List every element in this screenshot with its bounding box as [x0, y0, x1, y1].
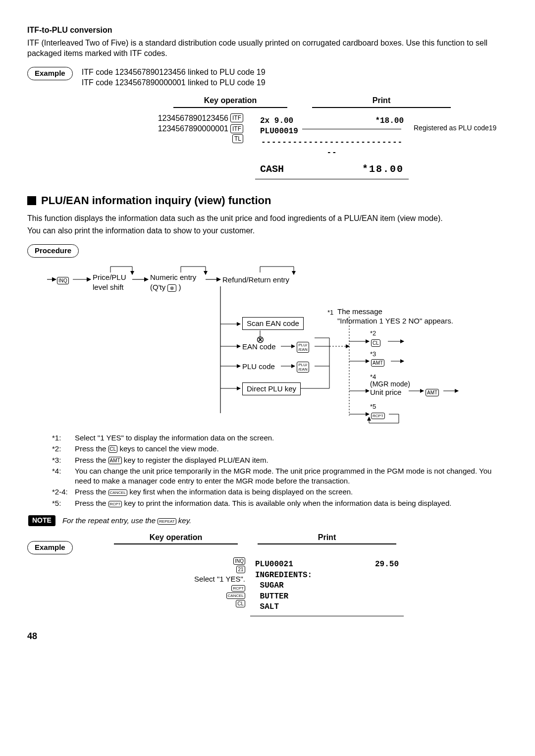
note-row: NOTE For the repeat entry, use the REPEA… — [28, 515, 508, 526]
itf-title: ITF-to-PLU conversion — [27, 25, 508, 36]
repeat-key: REPEAT — [158, 518, 176, 525]
receipt-side-note: Registered as PLU code19 — [409, 113, 508, 132]
column-headers: Key operation Print — [27, 95, 508, 108]
example-line: ITF code 1234567890123456 linked to PLU … — [82, 67, 266, 78]
plu-ean-key: PLU//EAN — [297, 342, 309, 353]
cl-key: CL — [236, 600, 245, 607]
receipt-1: 2x 9.00*18.00 PLU00019 -----------------… — [255, 113, 409, 179]
itf-paragraph: ITF (Interleaved Two of Five) is a stand… — [27, 38, 508, 59]
inquiry-p2: You can also print the information data … — [27, 225, 508, 236]
receipt-2: PLU0002129.50 INGREDIENTS: SUGAR BUTTER … — [250, 557, 404, 616]
flow-scan-box: Scan EAN code — [242, 317, 304, 330]
rcpt-key: RCPT — [108, 501, 122, 507]
flow-star2: *2 — [370, 329, 376, 338]
num-key: 21 — [236, 566, 245, 573]
cancel-key: CANCEL — [226, 593, 245, 599]
flowchart: INQ Price/PLUlevel shift Numeric entry (… — [47, 265, 508, 433]
flow-direct-box: Direct PLU key — [242, 382, 301, 395]
note-badge: NOTE — [28, 515, 55, 526]
rcpt-key: RCPT — [371, 413, 385, 419]
amt-key: AMT — [371, 359, 384, 367]
example-block-1: Example ITF code 1234567890123456 linked… — [27, 67, 508, 88]
amt-key: AMT — [108, 457, 122, 464]
example-line: ITF code 1234567890000001 linked to PLU … — [82, 77, 266, 88]
notes-list: *1: Select "1 YES" to display the inform… — [52, 433, 508, 508]
flow-unit: Unit price — [370, 387, 401, 397]
flow-numeric: Numeric entry (Q'ty ⊗ ) — [150, 272, 196, 293]
multiply-key: ⊗ — [167, 284, 176, 292]
itf-key: ITF — [230, 113, 243, 122]
rcpt-key: RCPT — [231, 585, 245, 592]
tl-key: TL — [232, 134, 243, 143]
flow-price: Price/PLUlevel shift — [93, 272, 126, 293]
keyop-header: Key operation — [156, 95, 305, 106]
itf-key: ITF — [230, 124, 243, 133]
flow-msg2: "Information 1 YES 2 NO" appears. — [337, 316, 453, 326]
inq-key: INQ — [233, 557, 245, 565]
select-text: Select "1 YES". — [194, 574, 245, 584]
flow-refund: Refund/Return entry — [222, 275, 289, 285]
cl-key: CL — [108, 445, 118, 453]
plu-ean-key: PLU//EAN — [297, 362, 309, 373]
section-title: PLU/EAN information inquiry (view) funct… — [27, 193, 508, 208]
keyop-entry: 1234567890123456 — [158, 113, 228, 124]
cl-key: CL — [371, 339, 380, 347]
procedure-badge: Procedure — [27, 244, 79, 258]
inq-key: INQ — [57, 277, 69, 284]
print-header: Print — [305, 95, 458, 106]
page-number: 48 — [27, 630, 508, 642]
keyop-entry: 1234567890000001 — [158, 123, 228, 134]
cancel-key: CANCEL — [108, 489, 127, 496]
flow-ean: EAN code — [242, 342, 276, 352]
inquiry-p1: This function displays the information d… — [27, 213, 508, 224]
amt-key: AMT — [426, 389, 439, 396]
keyop-header: Key operation — [102, 532, 250, 543]
example-badge: Example — [27, 67, 73, 80]
flow-plu: PLU code — [242, 362, 275, 372]
square-bullet-icon — [27, 196, 36, 205]
flow-msg1: The message — [337, 307, 382, 317]
print-header: Print — [250, 532, 404, 543]
example-badge: Example — [27, 541, 73, 554]
flow-star1: *1 — [327, 308, 333, 317]
